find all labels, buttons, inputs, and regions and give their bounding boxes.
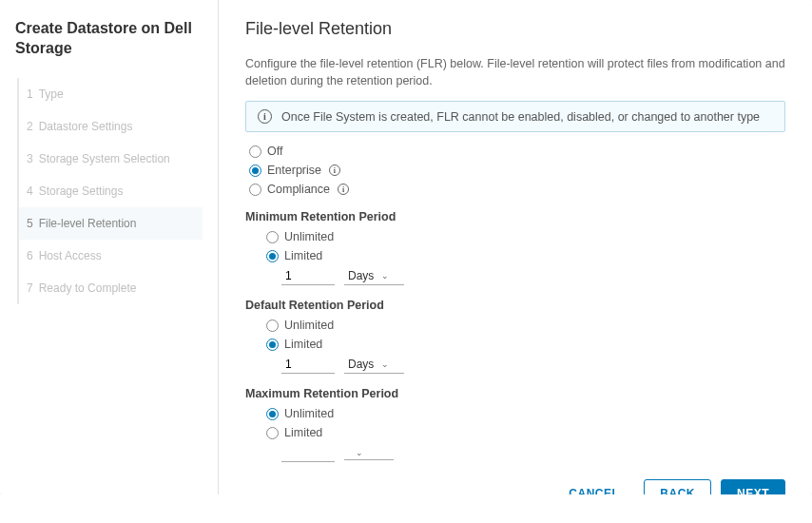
max-unlimited-row[interactable]: Unlimited xyxy=(266,407,785,420)
flr-off-row[interactable]: Off xyxy=(249,145,785,158)
radio-enterprise[interactable] xyxy=(249,165,261,177)
step-file-level-retention[interactable]: 5File-level Retention xyxy=(17,207,203,240)
radio-max-limited[interactable] xyxy=(266,427,279,439)
wizard-dialog: Create Datastore on Dell Storage 1Type 2… xyxy=(0,0,812,494)
info-banner-text: Once File System is created, FLR cannot … xyxy=(281,110,760,124)
radio-default-unlimited-label: Unlimited xyxy=(284,319,334,332)
default-limited-row[interactable]: Limited xyxy=(266,338,785,351)
page-title: File-level Retention xyxy=(245,19,785,39)
default-retention-label: Default Retention Period xyxy=(245,299,785,312)
step-ready-to-complete[interactable]: 7Ready to Complete xyxy=(17,272,203,304)
radio-off-label: Off xyxy=(267,145,282,158)
min-limited-row[interactable]: Limited xyxy=(266,249,785,262)
step-type[interactable]: 1Type xyxy=(17,78,203,110)
chevron-down-icon: ⌄ xyxy=(381,271,389,281)
info-icon[interactable]: i xyxy=(338,184,349,195)
wizard-steps: 1Type 2Datastore Settings 3Storage Syste… xyxy=(15,78,203,304)
flr-compliance-row[interactable]: Compliance i xyxy=(249,183,785,196)
default-period-value[interactable] xyxy=(281,356,335,374)
min-period-value[interactable] xyxy=(281,267,335,285)
radio-max-unlimited-label: Unlimited xyxy=(284,407,334,420)
min-period-input-row: Days⌄ xyxy=(281,267,785,285)
max-period-unit-select[interactable]: ⌄ xyxy=(344,446,394,460)
min-unlimited-row[interactable]: Unlimited xyxy=(266,230,785,243)
min-period-unit-select[interactable]: Days⌄ xyxy=(344,267,404,285)
wizard-footer: Cancel Back Next xyxy=(245,464,785,494)
default-unlimited-row[interactable]: Unlimited xyxy=(266,319,785,332)
radio-min-unlimited[interactable] xyxy=(266,231,279,243)
wizard-title: Create Datastore on Dell Storage xyxy=(15,19,203,59)
radio-min-limited[interactable] xyxy=(266,250,279,262)
info-icon[interactable]: i xyxy=(329,165,340,176)
page-description: Configure the file-level retention (FLR)… xyxy=(245,56,785,89)
max-limited-row[interactable]: Limited xyxy=(266,426,785,439)
back-button[interactable]: Back xyxy=(644,479,711,494)
step-datastore-settings[interactable]: 2Datastore Settings xyxy=(17,110,203,143)
radio-default-limited[interactable] xyxy=(266,339,279,351)
step-host-access[interactable]: 6Host Access xyxy=(17,240,203,272)
wizard-content: File-level Retention Configure the file-… xyxy=(219,0,812,494)
info-icon: i xyxy=(258,109,272,124)
next-button[interactable]: Next xyxy=(721,479,785,494)
default-period-input-row: Days⌄ xyxy=(281,356,785,374)
radio-off[interactable] xyxy=(249,145,261,158)
radio-enterprise-label: Enterprise xyxy=(267,164,321,177)
info-banner: i Once File System is created, FLR canno… xyxy=(245,101,785,132)
radio-min-limited-label: Limited xyxy=(284,249,322,262)
radio-max-limited-label: Limited xyxy=(284,426,322,439)
flr-enterprise-row[interactable]: Enterprise i xyxy=(249,164,785,177)
max-retention-label: Maximum Retention Period xyxy=(245,387,785,400)
cancel-button[interactable]: Cancel xyxy=(553,479,634,494)
chevron-down-icon: ⌄ xyxy=(381,359,389,369)
wizard-sidebar: Create Datastore on Dell Storage 1Type 2… xyxy=(0,0,219,494)
radio-max-unlimited[interactable] xyxy=(266,408,279,420)
radio-default-limited-label: Limited xyxy=(284,338,322,351)
chevron-down-icon: ⌄ xyxy=(356,448,363,457)
default-period-unit-select[interactable]: Days⌄ xyxy=(344,356,404,374)
radio-compliance[interactable] xyxy=(249,184,261,196)
radio-compliance-label: Compliance xyxy=(267,183,330,196)
max-period-input-row: ⌄ xyxy=(281,444,785,462)
min-retention-label: Minimum Retention Period xyxy=(245,210,785,223)
radio-min-unlimited-label: Unlimited xyxy=(284,230,334,243)
max-period-value[interactable] xyxy=(281,444,335,462)
step-storage-settings[interactable]: 4Storage Settings xyxy=(17,175,203,207)
step-storage-system-selection[interactable]: 3Storage System Selection xyxy=(17,143,203,175)
radio-default-unlimited[interactable] xyxy=(266,320,279,332)
